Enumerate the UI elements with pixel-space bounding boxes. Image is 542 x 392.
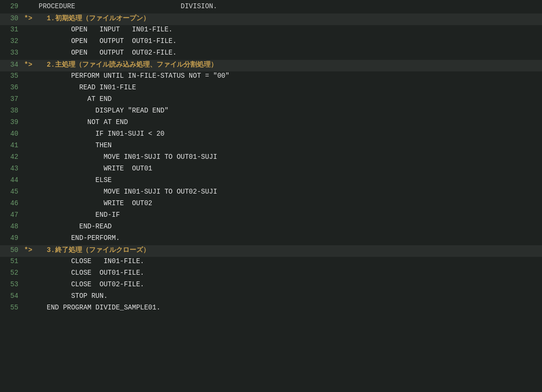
line-content: IF IN01-SUJI < 20	[39, 130, 542, 138]
code-line: 41 THEN	[0, 141, 542, 153]
line-number: 42	[0, 153, 24, 161]
line-number: 55	[0, 304, 24, 311]
code-line: 31 OPEN INPUT IN01-FILE.	[0, 25, 542, 37]
line-number: 49	[0, 234, 24, 242]
line-number: 51	[0, 257, 24, 265]
line-content: NOT AT END	[39, 118, 542, 126]
line-number: 31	[0, 26, 24, 33]
line-content: END-READ	[39, 223, 542, 230]
code-line: 33 OPEN OUTPUT OUT02-FILE.	[0, 48, 542, 60]
line-content: CLOSE OUT01-FILE.	[39, 269, 542, 277]
code-line: 50*> 3.終了処理（ファイルクローズ）	[0, 245, 542, 257]
line-content: READ IN01-FILE	[39, 84, 542, 91]
line-content: DISPLAY "READ END"	[39, 107, 542, 114]
line-number: 52	[0, 269, 24, 277]
line-content: PROCEDURE DIVISION.	[39, 2, 542, 10]
line-number: 46	[0, 199, 24, 207]
line-content: WRITE OUT01	[39, 165, 542, 172]
code-line: 49 END-PERFORM.	[0, 234, 542, 245]
line-number: 43	[0, 165, 24, 172]
code-line: 36 READ IN01-FILE	[0, 83, 542, 95]
code-line: 29PROCEDURE DIVISION.	[0, 2, 542, 14]
line-number: 40	[0, 130, 24, 138]
code-line: 32 OPEN OUTPUT OUT01-FILE.	[0, 37, 542, 48]
line-number: 34	[0, 61, 24, 69]
code-line: 34*> 2.主処理（ファイル読み込み処理、ファイル分割処理）	[0, 60, 542, 71]
line-number: 35	[0, 72, 24, 80]
code-line: 45 MOVE IN01-SUJI TO OUT02-SUJI	[0, 187, 542, 199]
line-number: 39	[0, 118, 24, 126]
line-content: OPEN OUTPUT OUT01-FILE.	[39, 37, 542, 45]
code-line: 38 DISPLAY "READ END"	[0, 106, 542, 118]
code-line: 55 END PROGRAM DIVIDE_SAMPLE01.	[0, 303, 542, 315]
line-marker: *>	[24, 61, 39, 69]
code-line: 35 PERFORM UNTIL IN-FILE-STATUS NOT = "0…	[0, 71, 542, 83]
line-number: 38	[0, 107, 24, 114]
line-marker: *>	[24, 246, 39, 254]
line-content: STOP RUN.	[39, 292, 542, 300]
line-content: CLOSE OUT02-FILE.	[39, 280, 542, 288]
code-line: 53 CLOSE OUT02-FILE.	[0, 280, 542, 292]
line-number: 32	[0, 37, 24, 45]
code-line: 44 ELSE	[0, 176, 542, 187]
line-content: 2.主処理（ファイル読み込み処理、ファイル分割処理）	[39, 60, 542, 69]
line-number: 44	[0, 176, 24, 184]
line-number: 54	[0, 292, 24, 300]
code-line: 37 AT END	[0, 95, 542, 106]
line-number: 29	[0, 2, 24, 10]
line-content: AT END	[39, 95, 542, 103]
line-content: END-PERFORM.	[39, 234, 542, 242]
line-content: END PROGRAM DIVIDE_SAMPLE01.	[39, 304, 542, 311]
line-content: OPEN OUTPUT OUT02-FILE.	[39, 49, 542, 56]
line-number: 45	[0, 188, 24, 196]
code-line: 43 WRITE OUT01	[0, 164, 542, 176]
line-content: THEN	[39, 141, 542, 149]
code-line: 42 MOVE IN01-SUJI TO OUT01-SUJI	[0, 153, 542, 164]
line-content: MOVE IN01-SUJI TO OUT01-SUJI	[39, 153, 542, 161]
line-content: 1.初期処理（ファイルオープン）	[39, 14, 542, 23]
line-content: MOVE IN01-SUJI TO OUT02-SUJI	[39, 188, 542, 196]
line-number: 41	[0, 141, 24, 149]
code-editor: 29PROCEDURE DIVISION.30*> 1.初期処理（ファイルオープ…	[0, 0, 542, 317]
code-line: 46 WRITE OUT02	[0, 199, 542, 210]
line-number: 36	[0, 84, 24, 91]
code-line: 54 STOP RUN.	[0, 292, 542, 303]
line-content: CLOSE IN01-FILE.	[39, 257, 542, 265]
line-content: WRITE OUT02	[39, 199, 542, 207]
line-content: ELSE	[39, 176, 542, 184]
code-line: 52 CLOSE OUT01-FILE.	[0, 268, 542, 280]
line-content: OPEN INPUT IN01-FILE.	[39, 26, 542, 33]
line-content: PERFORM UNTIL IN-FILE-STATUS NOT = "00"	[39, 72, 542, 80]
code-line: 39 NOT AT END	[0, 118, 542, 129]
code-line: 30*> 1.初期処理（ファイルオープン）	[0, 14, 542, 25]
line-content: END-IF	[39, 211, 542, 219]
code-line: 51 CLOSE IN01-FILE.	[0, 257, 542, 268]
code-line: 40 IF IN01-SUJI < 20	[0, 129, 542, 141]
line-number: 30	[0, 14, 24, 22]
line-number: 48	[0, 223, 24, 230]
code-line: 48 END-READ	[0, 222, 542, 234]
code-line: 47 END-IF	[0, 210, 542, 222]
line-number: 37	[0, 95, 24, 103]
line-number: 47	[0, 211, 24, 219]
line-content: 3.終了処理（ファイルクローズ）	[39, 246, 542, 254]
line-marker: *>	[24, 14, 39, 22]
line-number: 53	[0, 280, 24, 288]
line-number: 50	[0, 246, 24, 254]
line-number: 33	[0, 49, 24, 56]
